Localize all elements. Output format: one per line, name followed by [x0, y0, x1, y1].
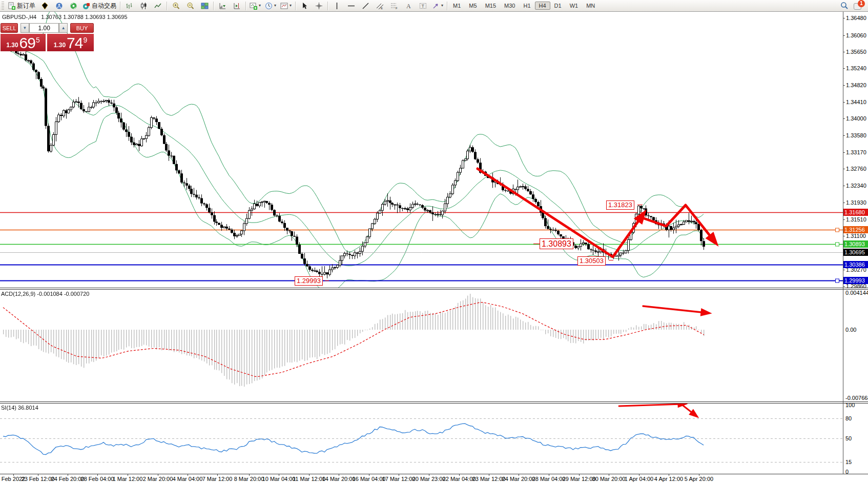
- bar-chart-icon: [126, 2, 133, 10]
- toolbar-separator: [447, 2, 447, 10]
- panel-separator[interactable]: [0, 288, 868, 288]
- new-chart-icon: [250, 2, 257, 10]
- horizontal-line-tool-button[interactable]: [344, 0, 358, 11]
- timeframe-m5[interactable]: M5: [465, 2, 481, 10]
- bar-chart-button[interactable]: [122, 0, 136, 11]
- annotation-tail: [533, 244, 540, 244]
- search-icon[interactable]: [840, 2, 849, 10]
- text-icon: A: [405, 2, 412, 10]
- macd-axis-label: 0.00: [845, 327, 856, 333]
- date-axis-tick: [38, 474, 38, 476]
- cursor-tool-button[interactable]: [297, 0, 312, 11]
- timeframe-m30[interactable]: M30: [500, 2, 519, 10]
- arrows-tool-button[interactable]: ▾: [430, 0, 445, 11]
- toolbar-separator: [295, 2, 296, 10]
- notifications-button[interactable]: 1: [854, 1, 864, 10]
- date-axis-tick: [13, 474, 14, 476]
- dropdown-caret-icon: ▾: [274, 4, 276, 8]
- price-axis-tick: 1.31510: [846, 216, 866, 223]
- panel-separator[interactable]: [0, 289, 868, 290]
- zoom-in-icon: [172, 2, 180, 10]
- tile-windows-button[interactable]: [197, 0, 212, 11]
- crosshair-tool-button[interactable]: [312, 0, 326, 11]
- price-level-badge: 1.31680: [843, 209, 868, 216]
- autotrading-label: 自动交易: [92, 2, 116, 10]
- fibonacci-tool-button[interactable]: F: [387, 0, 401, 11]
- rsi-indicator-chart[interactable]: [0, 404, 843, 474]
- date-axis-label: 5 Apr 20:00: [685, 476, 713, 482]
- line-chart-button[interactable]: [151, 0, 165, 11]
- date-axis-label: 28 Feb 04:00: [81, 476, 114, 482]
- date-axis-label: 10 Mar 04:00: [262, 476, 296, 482]
- price-axis-tick: 1.31930: [846, 199, 866, 206]
- price-level-badge: 1.31256: [843, 226, 868, 233]
- chart-bottom-border: [0, 474, 868, 474]
- terminal-icon: [70, 2, 77, 10]
- timeframe-m1[interactable]: M1: [449, 2, 465, 10]
- date-axis-tick: [339, 474, 339, 476]
- candlestick-chart-button[interactable]: [136, 0, 151, 11]
- date-axis-label: 16 Mar 04:00: [353, 476, 386, 482]
- buy-button[interactable]: BUY: [70, 23, 94, 33]
- periods-button[interactable]: ▾: [263, 0, 278, 11]
- price-axis-tick: 1.31100: [846, 233, 866, 239]
- panel-separator[interactable]: [0, 401, 868, 402]
- autotrading-button[interactable]: 自动交易: [80, 0, 118, 11]
- ask-price-display[interactable]: 1.30 74 9: [47, 34, 94, 51]
- rsi-indicator-label: SI(14) 36.8014: [1, 405, 38, 411]
- bid-price-point: 5: [36, 33, 40, 47]
- candlestick-chart-icon: [140, 2, 148, 10]
- timeframe-d1[interactable]: D1: [550, 2, 566, 10]
- annotation-tail: [637, 205, 643, 205]
- date-axis-tick: [489, 474, 489, 476]
- fibonacci-icon: F: [390, 2, 398, 10]
- bid-price-display[interactable]: 1.30 69 5: [1, 34, 46, 51]
- volume-input[interactable]: 1.00: [29, 23, 59, 33]
- timeframe-w1[interactable]: W1: [566, 2, 583, 10]
- trendline-tool-button[interactable]: [358, 0, 373, 11]
- sell-button[interactable]: SELL: [1, 23, 18, 33]
- market-watch-button[interactable]: [37, 0, 52, 11]
- text-label-tool-button[interactable]: T: [416, 0, 430, 11]
- svg-text:T: T: [421, 4, 424, 9]
- date-axis-label: 7 Mar 12:00: [202, 476, 233, 482]
- chart-shift-button[interactable]: [230, 0, 244, 11]
- navigator-button[interactable]: [52, 0, 66, 11]
- price-axis-tick: 1.33580: [846, 132, 866, 138]
- horizontal-line-icon: [347, 2, 355, 10]
- chart-symbol-timeframe: GBPUSD-,H4: [2, 14, 36, 20]
- terminal-button[interactable]: [66, 0, 80, 11]
- arrows-tool-icon: [432, 2, 440, 10]
- price-level-badge: 1.29993: [843, 277, 868, 284]
- auto-scroll-button[interactable]: [215, 0, 230, 11]
- zoom-out-button[interactable]: [183, 0, 197, 11]
- text-tool-button[interactable]: A: [401, 0, 416, 11]
- price-axis-tick: 1.34410: [846, 99, 866, 105]
- volume-increase-button[interactable]: ▲: [59, 23, 68, 33]
- date-axis-tick: [188, 474, 188, 476]
- toolbar-separator: [245, 2, 246, 10]
- templates-button[interactable]: ▾: [278, 0, 294, 11]
- timeframe-mn[interactable]: MN: [582, 2, 599, 10]
- price-annotation: 1.31823: [606, 200, 634, 210]
- date-axis-label: 24 Mar 20:00: [502, 476, 535, 482]
- equidistant-channel-tool-button[interactable]: E: [373, 0, 387, 11]
- panel-separator[interactable]: [0, 403, 868, 404]
- macd-indicator-chart[interactable]: [0, 290, 843, 401]
- date-axis-tick: [217, 474, 218, 476]
- timeframe-h4[interactable]: H4: [535, 2, 550, 10]
- new-order-icon: [8, 2, 15, 10]
- main-price-chart[interactable]: [0, 11, 843, 288]
- new-chart-button[interactable]: ▾: [247, 0, 263, 11]
- volume-decrease-button[interactable]: ▼: [20, 23, 29, 33]
- timeframe-h1[interactable]: H1: [519, 2, 534, 10]
- dropdown-caret-icon: ▾: [290, 4, 292, 8]
- date-axis-label: 23 Mar 12:00: [472, 476, 506, 482]
- date-axis-label: 24 Feb 20:00: [51, 476, 85, 482]
- zoom-in-button[interactable]: [169, 0, 183, 11]
- vertical-line-tool-button[interactable]: [329, 0, 344, 11]
- new-order-button[interactable]: 新订单: [6, 0, 37, 11]
- date-axis-label: 11 Mar 12:00: [293, 476, 325, 482]
- price-axis-tick: 1.36060: [846, 32, 866, 38]
- timeframe-m15[interactable]: M15: [481, 2, 500, 10]
